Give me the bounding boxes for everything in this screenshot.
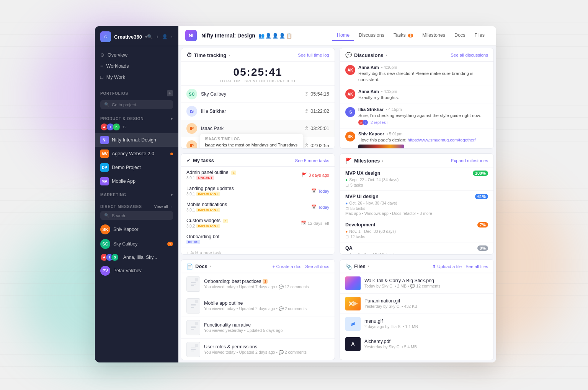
portfolios-add-btn[interactable]: +: [167, 90, 173, 96]
product-design-chevron: ▾: [171, 117, 173, 121]
task-ideas-badge: IDEAS: [186, 240, 200, 244]
time-icon-illia: ⏱: [304, 109, 309, 114]
dm-item-petar[interactable]: PV Petar Valchev: [95, 263, 178, 278]
milestone-header-qa: QA 0%: [345, 245, 488, 251]
reply-avatar-2: I: [363, 120, 368, 125]
milestone-pct-mvp-ux: 100%: [473, 171, 488, 176]
project-item-mobile[interactable]: MA Mobile App: [95, 174, 178, 188]
svg-marker-16: [353, 301, 358, 306]
task-row-4: Custom widgets 1 3.0.2 IMPORTANT 📅 12 da…: [181, 215, 335, 231]
dm-label: DIRECT MESSAGES: [100, 205, 142, 209]
task-urgent-badge-1: URGENT: [196, 176, 214, 180]
time-total: 05:25:41 TOTAL TIME SPENT ON THIS PROJEC…: [181, 62, 335, 85]
msg-avatar-anna1: AK: [345, 65, 355, 75]
tasks-action[interactable]: See 5 more tasks: [295, 158, 329, 163]
direct-messages-section: DIRECT MESSAGES View all → 🔍 Search... S…: [95, 199, 178, 280]
msg-name-1: Anna Kim: [358, 65, 379, 70]
files-all-action[interactable]: See all files: [466, 264, 488, 269]
task-sub-2: 3.0.1 IMPORTANT: [186, 192, 311, 196]
topbar-emoji-row: 👥 👤 👤 👤 📋: [258, 33, 292, 39]
milestone-meta-mvp-ui: ● Oct. 26 - Nov. 30 (34 days): [345, 201, 488, 205]
file-row-4: A Alchemy.pdf Yesterday by Sky C. • 5.4 …: [340, 334, 493, 354]
time-row-sky: SC Sky Calibey ⏱ 05:54:15: [181, 85, 335, 102]
tab-discussions[interactable]: Discussions: [354, 30, 389, 41]
sidebar-brand[interactable]: ○ Creative360 ▾: [100, 31, 147, 42]
docs-header: 📄 Docs › + Create a doc See all docs: [181, 260, 335, 273]
sidebar-item-mywork[interactable]: □ My Work: [95, 72, 178, 83]
sidebar-header-icons: 🔍 ＋ 👤 ←: [147, 34, 175, 40]
milestone-item-mvp-ux: MVP UX design 100% ● Sept. 22 - Oct. 24 …: [340, 167, 493, 190]
dot-gray-1: ●: [345, 252, 348, 254]
docs-create-action[interactable]: + Create a doc: [273, 264, 302, 269]
discussion-msg-3: IS Illia Strikhar • 4:15pm Sure, I'm che…: [340, 104, 493, 128]
docs-all-action[interactable]: See all docs: [305, 264, 329, 269]
tasks-title: ✓ My tasks: [186, 158, 214, 163]
search-icon[interactable]: 🔍: [147, 34, 153, 39]
tab-milestones[interactable]: Milestones: [418, 30, 450, 41]
topbar-title-row: Nifty Internal: Design 👥 👤 👤 👤 📋: [201, 32, 324, 39]
time-tracking-header: ⏱ Time tracking › See full time log: [181, 48, 335, 62]
msg-name-3: Illia Strikhar: [358, 107, 384, 112]
msg-avatar-shiv: SK: [345, 132, 355, 141]
collapse-icon[interactable]: ←: [170, 34, 175, 39]
milestones-action[interactable]: Expand milestones: [451, 158, 488, 163]
milestone-pct-dev: 7%: [477, 222, 488, 227]
doc-body-2: Mobile app outline You viewed today • Up…: [204, 301, 329, 311]
dm-item-multi[interactable]: A I S Anna, Illia, Sky...: [95, 251, 178, 263]
dot-green-1: ●: [345, 177, 348, 182]
tasks-panel: ✓ My tasks See 5 more tasks Admin panel …: [181, 153, 335, 254]
tab-tasks[interactable]: Tasks 8: [389, 30, 418, 41]
msg-body-4: Shiv Kapoor • 5:01pm I love this page's …: [358, 132, 488, 149]
msg-time-4: • 5:01pm: [387, 132, 403, 136]
tab-files[interactable]: Files: [470, 30, 489, 41]
task-row-1: Admin panel outline 1 3.0.1 URGENT 🚩 3 d…: [181, 167, 335, 183]
msg-text-4: I love this page's design: https://www.s…: [358, 137, 488, 143]
tab-docs[interactable]: Docs: [450, 30, 470, 41]
portfolios-section-header: PORTFOLIOS +: [95, 86, 178, 99]
sidebar-item-workloads[interactable]: ≡ Workloads: [95, 60, 178, 72]
doc-row-4: User roles & permissions You viewed toda…: [181, 338, 335, 360]
doc-icon-3: [186, 320, 200, 335]
tasks-add[interactable]: + Add a new task...: [181, 247, 335, 254]
doc-body-3: Functionality narrative You viewed yeste…: [204, 322, 329, 333]
time-icon-isaac: ⏱: [304, 143, 309, 148]
dm-item-sky[interactable]: SC Sky Calibey 1: [95, 237, 178, 251]
dm-view-all[interactable]: View all →: [154, 205, 173, 209]
sidebar-item-mywork-label: My Work: [106, 75, 125, 80]
dm-label-sky: Sky Calibey: [113, 241, 137, 247]
tab-home[interactable]: Home: [332, 30, 354, 41]
time-value-sky: ⏱ 05:54:15: [304, 91, 329, 97]
time-value-illia: ⏱ 01:22:02: [304, 109, 329, 114]
task-badge-4: 1: [223, 219, 228, 223]
docs-actions: + Create a doc See all docs: [273, 264, 329, 269]
portfolios-search[interactable]: 🔍 Go to project...: [100, 100, 173, 109]
project-item-agency[interactable]: AW Agency Website 2.0: [95, 147, 178, 161]
msg-avatar-illia: IS: [345, 107, 355, 117]
doc-row-2: Mobile app outline You viewed today • Up…: [181, 295, 335, 317]
sidebar-item-overview[interactable]: ⊙ Overview: [95, 49, 178, 60]
files-upload-action[interactable]: ⬆ Upload a file: [432, 264, 462, 269]
user-icon[interactable]: 👤: [162, 34, 168, 39]
docs-title: 📄 Docs ›: [186, 263, 211, 270]
dm-avatar-sky2: S: [111, 253, 119, 261]
time-icon-sky: ⏱: [304, 91, 309, 97]
project-avatar-agency: AW: [100, 150, 109, 158]
project-item-nifty[interactable]: NI Nifty Internal: Design: [95, 133, 178, 147]
dm-item-shiv[interactable]: SK Shiv Kapoor: [95, 222, 178, 237]
marketing-label: MARKETING: [100, 193, 126, 197]
reply-count: 2 replies ↑: [371, 120, 389, 125]
discussion-msg-2: AK Anna Kim • 4:12pm Exactly my thoughts…: [340, 86, 493, 104]
dm-search[interactable]: 🔍 Search...: [100, 211, 173, 220]
time-tracking-action[interactable]: See full time log: [298, 53, 329, 57]
file-thumb-2: [345, 297, 361, 310]
msg-link[interactable]: https://www.smugmug.com/together/: [408, 138, 476, 142]
file-body-3: menu.gif 2 days ago by Illia S. • 1.1 MB: [364, 318, 488, 329]
task-name-4: Custom widgets 1: [186, 218, 301, 223]
add-icon[interactable]: ＋: [155, 34, 160, 40]
task-important-badge-4: IMPORTANT: [196, 224, 220, 228]
doc-icon-4: [186, 342, 200, 357]
project-item-demo[interactable]: DP Demo Project: [95, 161, 178, 174]
tooltip-label: ISAAC'S TIME LOG: [205, 137, 299, 141]
discussions-action[interactable]: See all discussions: [451, 53, 488, 57]
task-row-2: Landing page updates 3.0.1 IMPORTANT 📅 T…: [181, 183, 335, 199]
